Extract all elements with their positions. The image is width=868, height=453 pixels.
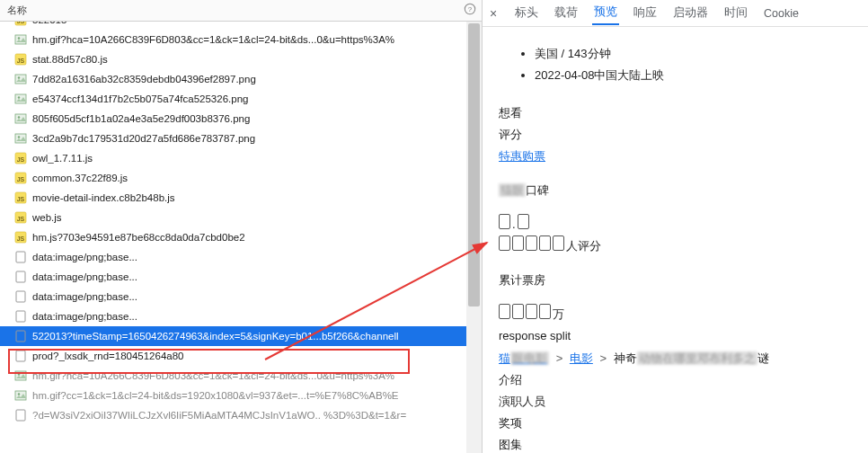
request-name: 7dd82a16316ab32c8359debdb04396ef2897.png bbox=[32, 74, 256, 84]
request-row[interactable]: 3cd2a9b7dc179531d20d27a5fd686e783787.png bbox=[0, 129, 482, 148]
request-name: data:image/png;base... bbox=[32, 291, 137, 302]
request-name: 522015 bbox=[32, 22, 66, 25]
request-name: ?d=W3siV2xiOiI37WIiLCJzXvl6IiF5MiAaMTA4M… bbox=[32, 410, 406, 421]
js-file-icon: JS bbox=[14, 191, 27, 204]
help-icon[interactable]: ? bbox=[462, 1, 478, 17]
column-header-name[interactable]: 名称 ? bbox=[0, 0, 482, 22]
want-watch-label: 想看 bbox=[499, 102, 859, 124]
detail-tabs: × 标头载荷预览响应启动器时间Cookie bbox=[483, 0, 868, 27]
request-name: web.js bbox=[32, 212, 62, 223]
request-row[interactable]: JSmovie-detail-index.c8b2b48b.js bbox=[0, 188, 482, 208]
svg-rect-29 bbox=[16, 311, 25, 322]
request-row[interactable]: 522013?timeStamp=1650426274963&index=5&s… bbox=[0, 326, 482, 346]
svg-rect-26 bbox=[16, 252, 25, 262]
request-name: stat.88d57c80.js bbox=[32, 54, 108, 65]
doc-file-icon bbox=[14, 310, 27, 323]
request-name: hm.gif?hca=10A266C839F6D803&cc=1&ck=1&cl… bbox=[32, 370, 394, 381]
tab-Cookie[interactable]: Cookie bbox=[762, 4, 801, 23]
request-row[interactable]: 7dd82a16316ab32c8359debdb04396ef2897.png bbox=[0, 69, 482, 89]
svg-text:JS: JS bbox=[17, 58, 25, 64]
gallery-label: 图集 bbox=[499, 434, 859, 453]
request-name: 3cd2a9b7dc179531d20d27a5fd686e783787.png bbox=[32, 133, 255, 144]
cast-label: 演职人员 bbox=[499, 391, 859, 413]
scroll-thumb[interactable] bbox=[468, 23, 480, 306]
bullet-country-duration: 美国 / 143分钟 bbox=[535, 43, 859, 65]
preview-content: 美国 / 143分钟 2022-04-08中国大陆上映 想看 评分 特惠购票 猫… bbox=[483, 27, 868, 453]
svg-point-15 bbox=[18, 136, 20, 138]
svg-rect-28 bbox=[16, 291, 25, 302]
promo-ticket-link[interactable]: 特惠购票 bbox=[499, 149, 545, 163]
request-name: data:image/png;base... bbox=[32, 252, 137, 262]
box-office-label: 累计票房 bbox=[499, 270, 859, 291]
response-split-label: response split bbox=[499, 325, 859, 347]
tab-响应[interactable]: 响应 bbox=[632, 2, 659, 24]
tab-预览[interactable]: 预览 bbox=[592, 1, 619, 25]
breadcrumb: 猫眼电影 > 电影 > 神奇动物在哪里邓布利多之谜 bbox=[499, 348, 859, 369]
svg-point-35 bbox=[18, 393, 20, 395]
request-row[interactable]: JScommon.37c22f89.js bbox=[0, 168, 482, 188]
request-name: hm.gif?hca=10A266C839F6D803&cc=1&ck=1&cl… bbox=[32, 34, 394, 45]
request-name: common.37c22f89.js bbox=[32, 173, 128, 183]
doc-file-icon bbox=[14, 330, 27, 342]
request-row[interactable]: data:image/png;base... bbox=[0, 267, 482, 287]
request-row[interactable]: hm.gif?cc=1&ck=1&cl=24-bit&ds=1920x1080&… bbox=[0, 386, 482, 405]
rating-count: 人评分 bbox=[499, 235, 859, 257]
request-row[interactable]: JS522015 bbox=[0, 22, 482, 30]
svg-text:JS: JS bbox=[17, 22, 25, 24]
doc-file-icon bbox=[14, 290, 27, 303]
svg-text:?: ? bbox=[468, 5, 473, 13]
network-requests-panel: 名称 ? JS522015hm.gif?hca=10A266C839F6D803… bbox=[0, 0, 483, 453]
crumb-link-home[interactable]: 猫眼电影 bbox=[499, 351, 549, 365]
request-row[interactable]: hm.gif?hca=10A266C839F6D803&cc=1&ck=1&cl… bbox=[0, 366, 482, 386]
svg-text:JS: JS bbox=[17, 176, 25, 182]
request-name: hm.gif?cc=1&ck=1&cl=24-bit&ds=1920x1080&… bbox=[32, 390, 399, 401]
scrollbar[interactable] bbox=[466, 22, 482, 453]
tab-载荷[interactable]: 载荷 bbox=[553, 2, 580, 24]
img-file-icon bbox=[14, 132, 27, 145]
request-row[interactable]: data:image/png;base... bbox=[0, 247, 482, 267]
svg-rect-4 bbox=[15, 35, 26, 44]
svg-rect-36 bbox=[16, 410, 25, 421]
svg-point-5 bbox=[18, 37, 20, 39]
request-row[interactable]: JSowl_1.7.11.js bbox=[0, 148, 482, 168]
svg-text:JS: JS bbox=[17, 156, 25, 163]
request-row[interactable]: e54374ccf134d1f7b2c5b075a74fca525326.png bbox=[0, 89, 482, 109]
svg-rect-31 bbox=[16, 351, 25, 361]
img-file-icon bbox=[14, 112, 27, 125]
tab-时间[interactable]: 时间 bbox=[722, 2, 749, 24]
request-row[interactable]: hm.gif?hca=10A266C839F6D803&cc=1&ck=1&cl… bbox=[0, 30, 482, 49]
koubei-label: 猫眼口碑 bbox=[499, 180, 859, 201]
close-icon[interactable]: × bbox=[490, 6, 500, 21]
request-name: hm.js?703e94591e87be68cc8da0da7cbd0be2 bbox=[32, 232, 245, 243]
request-name: prod?_lxsdk_rnd=180451264a80 bbox=[32, 351, 184, 361]
rating-score: . bbox=[499, 214, 859, 235]
js-file-icon: JS bbox=[14, 172, 27, 184]
doc-file-icon bbox=[14, 271, 27, 283]
crumb-link-movies[interactable]: 电影 bbox=[570, 351, 593, 365]
svg-rect-30 bbox=[16, 331, 25, 342]
tab-启动器[interactable]: 启动器 bbox=[671, 2, 710, 24]
svg-point-11 bbox=[18, 96, 20, 98]
request-row[interactable]: 805f605d5cf1b1a02a4e3a5e29df003b8376.png bbox=[0, 109, 482, 129]
request-row[interactable]: JSweb.js bbox=[0, 208, 482, 227]
img-file-icon bbox=[14, 93, 27, 105]
request-row[interactable]: data:image/png;base... bbox=[0, 287, 482, 306]
svg-text:JS: JS bbox=[17, 196, 25, 202]
request-row[interactable]: JShm.js?703e94591e87be68cc8da0da7cbd0be2 bbox=[0, 227, 482, 247]
intro-label: 介绍 bbox=[499, 369, 859, 391]
img-file-icon bbox=[14, 369, 27, 382]
awards-label: 奖项 bbox=[499, 413, 859, 434]
svg-point-13 bbox=[18, 116, 20, 118]
svg-rect-12 bbox=[15, 114, 26, 123]
svg-rect-10 bbox=[15, 94, 26, 103]
request-name: data:image/png;base... bbox=[32, 311, 137, 322]
js-file-icon: JS bbox=[14, 211, 27, 224]
request-row[interactable]: data:image/png;base... bbox=[0, 306, 482, 326]
tab-标头[interactable]: 标头 bbox=[513, 2, 540, 24]
request-row[interactable]: prod?_lxsdk_rnd=180451264a80 bbox=[0, 346, 482, 366]
svg-rect-14 bbox=[15, 134, 26, 143]
request-list[interactable]: JS522015hm.gif?hca=10A266C839F6D803&cc=1… bbox=[0, 22, 482, 453]
img-file-icon bbox=[14, 73, 27, 85]
request-row[interactable]: JSstat.88d57c80.js bbox=[0, 49, 482, 69]
request-row[interactable]: ?d=W3siV2xiOiI37WIiLCJzXvl6IiF5MiAaMTA4M… bbox=[0, 405, 482, 425]
